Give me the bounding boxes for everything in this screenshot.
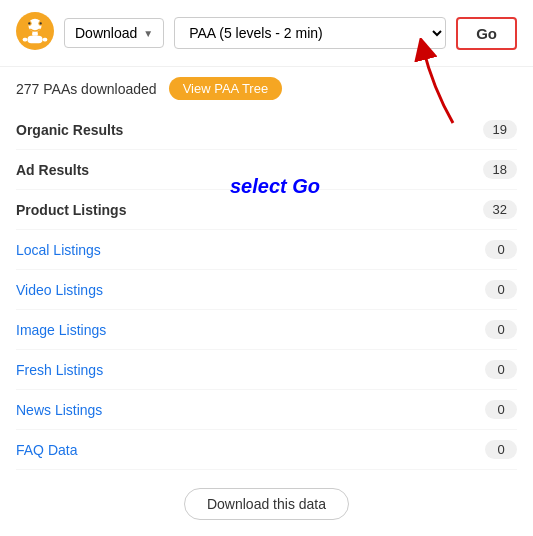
result-label: Product Listings bbox=[16, 202, 126, 218]
chevron-down-icon: ▼ bbox=[143, 28, 153, 39]
table-row: Product Listings 32 bbox=[16, 190, 517, 230]
table-row: Organic Results 19 bbox=[16, 110, 517, 150]
result-count: 0 bbox=[485, 400, 517, 419]
table-row: Ad Results 18 bbox=[16, 150, 517, 190]
svg-point-5 bbox=[40, 22, 42, 24]
table-row: Fresh Listings 0 bbox=[16, 350, 517, 390]
svg-rect-9 bbox=[43, 38, 48, 42]
svg-rect-6 bbox=[32, 32, 38, 36]
download-label: Download bbox=[75, 25, 137, 41]
view-paa-button[interactable]: View PAA Tree bbox=[169, 77, 283, 100]
result-label[interactable]: Video Listings bbox=[16, 282, 103, 298]
footer: Get the $199 Keyword Research Course for… bbox=[0, 528, 533, 536]
go-button[interactable]: Go bbox=[456, 17, 517, 50]
paa-count: 277 PAAs downloaded bbox=[16, 81, 157, 97]
result-label[interactable]: Image Listings bbox=[16, 322, 106, 338]
logo bbox=[16, 12, 54, 54]
result-count: 18 bbox=[483, 160, 517, 179]
result-label[interactable]: FAQ Data bbox=[16, 442, 77, 458]
download-dropdown[interactable]: Download ▼ bbox=[64, 18, 164, 48]
result-count: 0 bbox=[485, 280, 517, 299]
download-section: Download this data bbox=[0, 470, 533, 528]
results-table: Organic Results 19 Ad Results 18 Product… bbox=[0, 110, 533, 470]
svg-rect-7 bbox=[27, 36, 42, 44]
paa-select[interactable]: PAA (5 levels - 2 min) bbox=[174, 17, 446, 49]
result-count: 0 bbox=[485, 360, 517, 379]
table-row: Image Listings 0 bbox=[16, 310, 517, 350]
result-count: 32 bbox=[483, 200, 517, 219]
header: Download ▼ PAA (5 levels - 2 min) Go bbox=[0, 0, 533, 67]
result-count: 19 bbox=[483, 120, 517, 139]
svg-rect-8 bbox=[23, 38, 28, 42]
result-label: Organic Results bbox=[16, 122, 123, 138]
table-row: Local Listings 0 bbox=[16, 230, 517, 270]
sub-header: 277 PAAs downloaded View PAA Tree bbox=[0, 67, 533, 110]
table-row: Video Listings 0 bbox=[16, 270, 517, 310]
svg-point-4 bbox=[28, 22, 30, 24]
result-label[interactable]: News Listings bbox=[16, 402, 102, 418]
result-label[interactable]: Fresh Listings bbox=[16, 362, 103, 378]
download-data-button[interactable]: Download this data bbox=[184, 488, 349, 520]
result-count: 0 bbox=[485, 320, 517, 339]
table-row: News Listings 0 bbox=[16, 390, 517, 430]
result-count: 0 bbox=[485, 440, 517, 459]
result-label: Ad Results bbox=[16, 162, 89, 178]
result-label[interactable]: Local Listings bbox=[16, 242, 101, 258]
result-count: 0 bbox=[485, 240, 517, 259]
table-row: FAQ Data 0 bbox=[16, 430, 517, 470]
